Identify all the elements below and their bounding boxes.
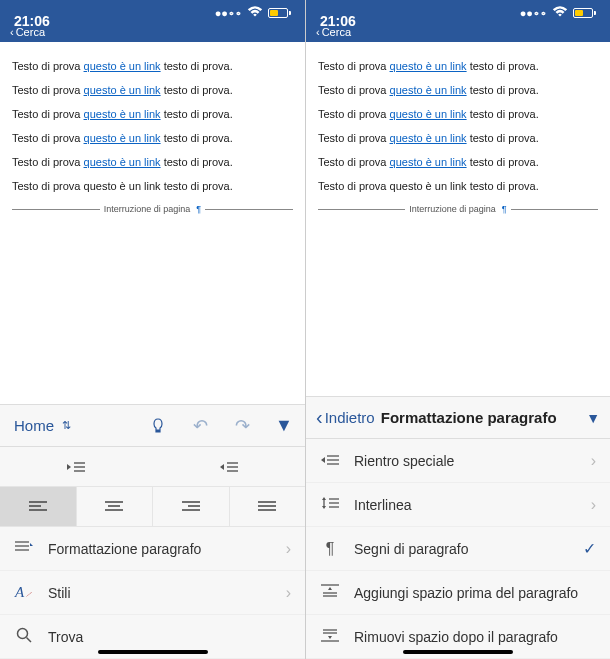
doc-hyperlink[interactable]: questo è un link bbox=[390, 60, 467, 72]
toolbar-top-row: Home ⇅ ↶ ↷ ▼ bbox=[0, 405, 305, 447]
doc-hyperlink[interactable]: questo è un link bbox=[84, 156, 161, 168]
doc-hyperlink[interactable]: questo è un link bbox=[390, 156, 467, 168]
space-after-icon bbox=[320, 628, 340, 645]
doc-hyperlink[interactable]: questo è un link bbox=[84, 108, 161, 120]
sort-icon: ⇅ bbox=[62, 419, 71, 432]
undo-icon[interactable]: ↶ bbox=[179, 405, 221, 447]
indent-row bbox=[0, 447, 305, 487]
doc-line: Testo di prova questo è un link testo di… bbox=[12, 156, 293, 168]
toolbar: Home ⇅ ↶ ↷ ▼ bbox=[0, 404, 305, 659]
align-justify-button[interactable] bbox=[230, 487, 306, 526]
signal-icon: ●●∘∘ bbox=[520, 7, 547, 20]
wifi-icon bbox=[551, 5, 569, 21]
panel-header: ‹ Indietro Formattazione paragrafo ▼ bbox=[306, 397, 610, 439]
line-spacing-icon bbox=[320, 496, 340, 513]
signal-icon: ●●∘∘ bbox=[215, 7, 242, 20]
status-bar: 21:06 ‹ Cerca ●●∘∘ bbox=[306, 0, 610, 42]
chevron-right-icon: › bbox=[591, 452, 596, 470]
doc-line: Testo di prova questo è un link testo di… bbox=[318, 132, 598, 144]
doc-hyperlink[interactable]: questo è un link bbox=[84, 132, 161, 144]
space-before-icon bbox=[320, 584, 340, 601]
home-indicator[interactable] bbox=[403, 650, 513, 654]
chevron-right-icon: › bbox=[286, 584, 291, 602]
home-indicator[interactable] bbox=[98, 650, 208, 654]
doc-line: Testo di prova questo è un link testo di… bbox=[318, 60, 598, 72]
doc-hyperlink[interactable]: questo è un link bbox=[84, 84, 161, 96]
chevron-right-icon: › bbox=[286, 540, 291, 558]
svg-point-21 bbox=[18, 629, 28, 639]
pilcrow-icon: ¶ bbox=[502, 204, 507, 214]
doc-hyperlink[interactable]: questo è un link bbox=[84, 60, 161, 72]
svg-line-22 bbox=[27, 638, 32, 643]
battery-icon bbox=[268, 8, 291, 18]
special-indent-icon bbox=[320, 452, 340, 469]
pilcrow-icon: ¶ bbox=[320, 540, 340, 558]
menu-formattazione-paragrafo[interactable]: Formattazione paragrafo › bbox=[0, 527, 305, 571]
menu-segni-paragrafo[interactable]: ¶ Segni di paragrafo ✓ bbox=[306, 527, 610, 571]
home-dropdown[interactable]: Home ⇅ bbox=[0, 417, 85, 434]
pilcrow-icon: ¶ bbox=[196, 204, 201, 214]
chevron-right-icon: › bbox=[591, 496, 596, 514]
chevron-left-icon: ‹ bbox=[10, 26, 14, 38]
doc-line-plain: Testo di prova questo è un link testo di… bbox=[318, 180, 598, 192]
align-right-button[interactable] bbox=[153, 487, 230, 526]
screen-right: 21:06 ‹ Cerca ●●∘∘ Testo di prova questo… bbox=[305, 0, 610, 659]
doc-hyperlink[interactable]: questo è un link bbox=[390, 108, 467, 120]
check-icon: ✓ bbox=[583, 539, 596, 558]
paragraph-format-icon bbox=[14, 540, 34, 557]
menu-aggiungi-spazio-prima[interactable]: Aggiungi spazio prima del paragrafo bbox=[306, 571, 610, 615]
collapse-icon[interactable]: ▼ bbox=[263, 405, 305, 447]
menu-interlinea[interactable]: Interlinea › bbox=[306, 483, 610, 527]
redo-icon[interactable]: ↷ bbox=[221, 405, 263, 447]
styles-icon: A⟋ bbox=[14, 584, 34, 601]
page-break-marker: Interruzione di pagina¶ bbox=[12, 204, 293, 214]
align-row bbox=[0, 487, 305, 527]
align-center-button[interactable] bbox=[77, 487, 154, 526]
doc-line: Testo di prova questo è un link testo di… bbox=[12, 132, 293, 144]
doc-line: Testo di prova questo è un link testo di… bbox=[318, 84, 598, 96]
collapse-icon[interactable]: ▼ bbox=[586, 410, 600, 426]
outdent-button[interactable] bbox=[0, 447, 153, 486]
page-break-marker: Interruzione di pagina¶ bbox=[318, 204, 598, 214]
status-bar: 21:06 ‹ Cerca ●●∘∘ bbox=[0, 0, 305, 42]
doc-line: Testo di prova questo è un link testo di… bbox=[318, 108, 598, 120]
battery-icon bbox=[573, 8, 596, 18]
status-icons: ●●∘∘ bbox=[520, 5, 596, 21]
align-left-button[interactable] bbox=[0, 487, 77, 526]
indent-button[interactable] bbox=[153, 447, 306, 486]
doc-line: Testo di prova questo è un link testo di… bbox=[318, 156, 598, 168]
doc-line: Testo di prova questo è un link testo di… bbox=[12, 84, 293, 96]
doc-line: Testo di prova questo è un link testo di… bbox=[12, 60, 293, 72]
menu-rientro-speciale[interactable]: Rientro speciale › bbox=[306, 439, 610, 483]
doc-hyperlink[interactable]: questo è un link bbox=[390, 84, 467, 96]
panel-back-button[interactable]: ‹ Indietro bbox=[316, 406, 375, 429]
lightbulb-icon[interactable] bbox=[137, 405, 179, 447]
status-back-link[interactable]: ‹ Cerca bbox=[10, 26, 45, 38]
status-icons: ●●∘∘ bbox=[215, 5, 291, 21]
document-area[interactable]: Testo di prova questo è un link testo di… bbox=[306, 42, 610, 396]
screen-left: 21:06 ‹ Cerca ●●∘∘ Testo di prova questo… bbox=[0, 0, 305, 659]
document-area[interactable]: Testo di prova questo è un link testo di… bbox=[0, 42, 305, 404]
wifi-icon bbox=[246, 5, 264, 21]
status-back-link[interactable]: ‹ Cerca bbox=[316, 26, 351, 38]
doc-hyperlink[interactable]: questo è un link bbox=[390, 132, 467, 144]
doc-line-plain: Testo di prova questo è un link testo di… bbox=[12, 180, 293, 192]
panel-title: Formattazione paragrafo bbox=[381, 409, 557, 426]
chevron-left-icon: ‹ bbox=[316, 26, 320, 38]
chevron-left-icon: ‹ bbox=[316, 406, 323, 429]
menu-stili[interactable]: A⟋ Stili › bbox=[0, 571, 305, 615]
paragraph-panel: ‹ Indietro Formattazione paragrafo ▼ Rie… bbox=[306, 396, 610, 659]
doc-line: Testo di prova questo è un link testo di… bbox=[12, 108, 293, 120]
search-icon bbox=[14, 627, 34, 646]
